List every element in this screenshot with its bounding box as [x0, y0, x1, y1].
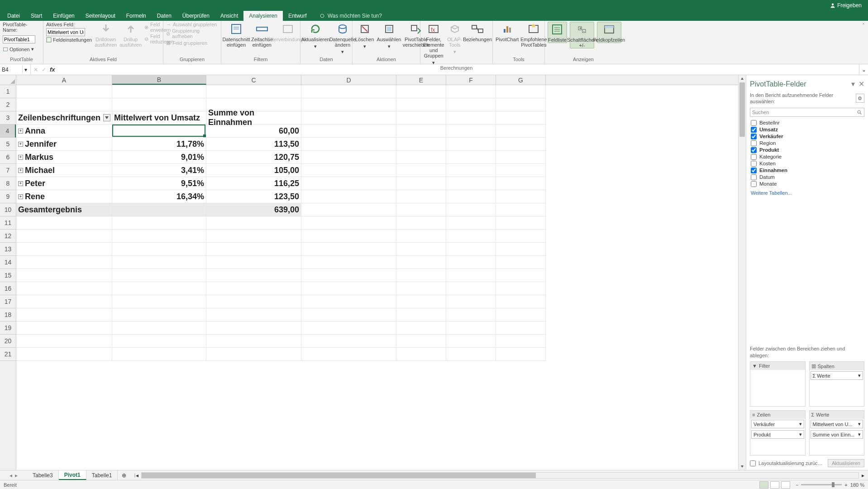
fieldheaders-toggle[interactable]: Feldkopfzeilen	[597, 22, 621, 43]
cell[interactable]: 9,01%	[112, 151, 206, 164]
cell[interactable]	[446, 164, 496, 177]
cell[interactable]	[446, 348, 496, 361]
cell[interactable]: +Anna	[16, 125, 112, 138]
cell[interactable]: 639,00	[206, 203, 301, 216]
row-header[interactable]: 5	[0, 138, 16, 151]
enter-formula-button[interactable]: ✓	[42, 67, 46, 73]
add-sheet-button[interactable]: ⊕	[118, 470, 130, 480]
cell[interactable]: 3,41%	[112, 164, 206, 177]
tab-entwurf[interactable]: Entwurf	[283, 11, 312, 21]
tab-analysieren[interactable]: Analysieren	[243, 11, 283, 21]
cell[interactable]	[446, 230, 496, 243]
clear-button[interactable]: Löschen▾	[355, 22, 374, 49]
cell[interactable]: 60,00	[206, 125, 301, 138]
pivottable-options-button[interactable]: Optionen▾	[3, 46, 34, 52]
field-checkbox[interactable]	[751, 140, 757, 146]
cell[interactable]	[446, 111, 496, 125]
cell[interactable]	[16, 348, 112, 361]
cell[interactable]	[206, 321, 301, 335]
worksheet[interactable]: ABCDEFG 12345678910111213141516171819202…	[0, 75, 738, 470]
cell[interactable]	[496, 216, 546, 230]
ribbon-collapse-button[interactable]: ˄	[859, 21, 868, 64]
column-header[interactable]: A	[16, 75, 112, 85]
cell[interactable]	[206, 216, 301, 230]
cell[interactable]	[496, 190, 546, 203]
field-item[interactable]: Monate	[750, 181, 864, 187]
cell[interactable]	[496, 335, 546, 348]
cell[interactable]	[396, 111, 446, 125]
rows-area[interactable]: ≡Zeilen Verkäufer▾ Produkt▾	[750, 410, 806, 455]
change-datasource-button[interactable]: Datenquelle ändern▾	[330, 22, 355, 54]
more-tables-link[interactable]: Weitere Tabellen...	[750, 187, 864, 198]
fieldpane-dropdown-icon[interactable]: ▾	[851, 80, 855, 88]
cell[interactable]	[301, 321, 396, 335]
field-item[interactable]: Datum	[750, 174, 864, 181]
cell[interactable]	[16, 308, 112, 321]
sheet-tab[interactable]: Pivot1	[59, 470, 86, 480]
cell[interactable]	[206, 308, 301, 321]
expand-formula-bar-button[interactable]: ⌄	[859, 64, 868, 75]
cell[interactable]	[301, 308, 396, 321]
cell[interactable]: 120,75	[206, 151, 301, 164]
cell[interactable]	[446, 335, 496, 348]
tab-daten[interactable]: Daten	[152, 11, 177, 21]
row-header[interactable]: 18	[0, 308, 16, 321]
tab-formeln[interactable]: Formeln	[121, 11, 152, 21]
column-header[interactable]: E	[396, 75, 446, 85]
fieldpane-settings-icon[interactable]: ⚙	[856, 94, 864, 103]
cell[interactable]	[446, 282, 496, 295]
field-item[interactable]: Bestellnr	[750, 120, 864, 126]
active-field-input[interactable]	[46, 28, 85, 36]
cell[interactable]	[301, 230, 396, 243]
fields-items-sets-button[interactable]: fxFelder, Elemente und Gruppen▾	[423, 22, 444, 65]
cell[interactable]	[446, 98, 496, 111]
row-header[interactable]: 14	[0, 256, 16, 269]
cell[interactable]	[112, 256, 206, 269]
share-button[interactable]: Freigeben	[824, 2, 868, 9]
filter-area[interactable]: ▼Filter	[750, 361, 806, 407]
row-header[interactable]: 17	[0, 295, 16, 308]
cell[interactable]	[206, 269, 301, 282]
cell[interactable]	[112, 348, 206, 361]
cell[interactable]	[301, 138, 396, 151]
cell[interactable]	[446, 269, 496, 282]
cell[interactable]	[396, 256, 446, 269]
cell[interactable]	[396, 164, 446, 177]
tell-me-search[interactable]: Was möchten Sie tun?	[312, 11, 382, 21]
cancel-formula-button[interactable]: ✕	[33, 67, 38, 73]
cell[interactable]	[396, 98, 446, 111]
cell[interactable]	[206, 348, 301, 361]
cell[interactable]	[16, 216, 112, 230]
cell[interactable]	[496, 98, 546, 111]
tab-ansicht[interactable]: Ansicht	[215, 11, 243, 21]
cell[interactable]	[301, 177, 396, 190]
cell[interactable]	[301, 243, 396, 256]
insert-slicer-button[interactable]: Datenschnitt einfügen	[224, 22, 248, 48]
tab-ueberpruefen[interactable]: Überprüfen	[177, 11, 215, 21]
cell[interactable]: 16,34%	[112, 190, 206, 203]
cell[interactable]	[446, 138, 496, 151]
cell[interactable]	[446, 125, 496, 138]
row-header[interactable]: 3	[0, 111, 16, 125]
row-header[interactable]: 13	[0, 243, 16, 256]
cell[interactable]	[206, 230, 301, 243]
field-checkbox[interactable]	[751, 134, 757, 139]
area-item[interactable]: Σ Werte▾	[811, 371, 863, 380]
row-header[interactable]: 2	[0, 98, 16, 111]
row-header[interactable]: 6	[0, 151, 16, 164]
field-item[interactable]: Einnahmen	[750, 167, 864, 174]
cell[interactable]	[112, 85, 206, 98]
cell[interactable]	[112, 321, 206, 335]
cell[interactable]: Zeilenbeschriftungen	[16, 111, 112, 125]
cell[interactable]	[496, 256, 546, 269]
cell[interactable]	[396, 151, 446, 164]
row-header[interactable]: 11	[0, 216, 16, 230]
row-header[interactable]: 7	[0, 164, 16, 177]
cell[interactable]	[446, 203, 496, 216]
defer-layout-checkbox[interactable]	[750, 460, 756, 466]
cell[interactable]	[16, 85, 112, 98]
row-header[interactable]: 1	[0, 85, 16, 98]
cell[interactable]	[206, 243, 301, 256]
buttons-toggle[interactable]: +-Schaltflächen +/-	[570, 22, 594, 48]
insert-function-button[interactable]: fx	[50, 66, 55, 73]
